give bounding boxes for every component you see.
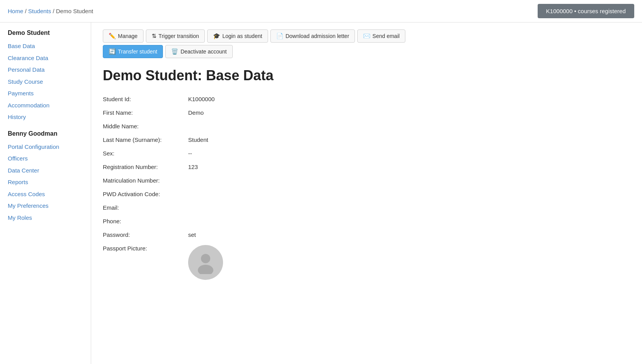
sidebar-reports[interactable]: Reports (8, 176, 83, 188)
sidebar-my-preferences[interactable]: My Preferences (8, 200, 83, 212)
sidebar-my-roles[interactable]: My Roles (8, 212, 83, 224)
field-value-password: set (188, 228, 630, 242)
deactivate-icon: 🗑️ (171, 48, 178, 55)
breadcrumb-current: Demo Student (56, 8, 93, 14)
sidebar-personal-data[interactable]: Personal Data (8, 64, 83, 76)
field-label-passport-picture: Passport Picture: (103, 242, 188, 283)
field-label-phone: Phone: (103, 214, 188, 228)
sidebar-clearance-data[interactable]: Clearance Data (8, 52, 83, 64)
table-row: Student Id: K1000000 (103, 92, 630, 106)
download-admission-letter-button[interactable]: 📄 Download admission letter (270, 29, 355, 43)
sidebar-section2-title: Benny Goodman (8, 130, 83, 137)
field-value-middle-name (188, 119, 630, 133)
pdf-icon: 📄 (276, 33, 284, 40)
student-icon: 🎓 (213, 33, 220, 40)
sidebar-history[interactable]: History (8, 111, 83, 123)
table-row: Phone: (103, 214, 630, 228)
field-label-middle-name: Middle Name: (103, 119, 188, 133)
breadcrumb-students[interactable]: Students (28, 8, 51, 14)
table-row: Registration Number: 123 (103, 160, 630, 174)
table-row: PWD Activation Code: (103, 187, 630, 201)
base-data-table: Student Id: K1000000 First Name: Demo Mi… (103, 92, 630, 283)
send-email-button[interactable]: ✉️ Send email (357, 29, 405, 43)
field-value-passport-picture (188, 242, 630, 283)
table-row: First Name: Demo (103, 106, 630, 119)
table-row: Email: (103, 201, 630, 214)
field-label-matriculation-number: Matriculation Number: (103, 174, 188, 187)
table-row: Sex: -- (103, 147, 630, 160)
field-value-matriculation-number (188, 174, 630, 187)
field-label-student-id: Student Id: (103, 92, 188, 106)
transfer-student-button[interactable]: 🔄 Transfer student (103, 45, 163, 58)
field-value-registration-number: 123 (188, 160, 630, 174)
sidebar-study-course[interactable]: Study Course (8, 76, 83, 88)
field-value-student-id: K1000000 (188, 92, 630, 106)
main-layout: Demo Student Base Data Clearance Data Pe… (0, 22, 642, 364)
field-label-password: Password: (103, 228, 188, 242)
sidebar-accommodation[interactable]: Accommodation (8, 100, 83, 112)
table-row: Middle Name: (103, 119, 630, 133)
arrows-icon: ⇅ (152, 33, 157, 40)
field-label-first-name: First Name: (103, 106, 188, 119)
field-label-pwd-activation-code: PWD Activation Code: (103, 187, 188, 201)
table-row: Password: set (103, 228, 630, 242)
top-nav: Home / Students / Demo Student K1000000 … (0, 0, 642, 22)
manage-button[interactable]: ✏️ Manage (103, 29, 144, 43)
svg-point-0 (201, 254, 210, 263)
person-silhouette-icon (194, 251, 217, 274)
login-as-student-button[interactable]: 🎓 Login as student (207, 29, 268, 43)
field-value-sex: -- (188, 147, 630, 160)
field-value-pwd-activation-code (188, 187, 630, 201)
table-row: Passport Picture: (103, 242, 630, 283)
field-value-email (188, 201, 630, 214)
field-label-sex: Sex: (103, 147, 188, 160)
sidebar-payments[interactable]: Payments (8, 88, 83, 100)
table-row: Matriculation Number: (103, 174, 630, 187)
sidebar-section1-title: Demo Student (8, 29, 83, 36)
sidebar-access-codes[interactable]: Access Codes (8, 188, 83, 200)
courses-registered-badge: K1000000 • courses registered (538, 4, 634, 18)
field-value-last-name: Student (188, 133, 630, 147)
breadcrumb-home[interactable]: Home (8, 8, 23, 14)
table-row: Last Name (Surname): Student (103, 133, 630, 147)
page-title: Demo Student: Base Data (103, 67, 630, 84)
sidebar: Demo Student Base Data Clearance Data Pe… (0, 22, 91, 364)
field-value-first-name: Demo (188, 106, 630, 119)
email-icon: ✉️ (363, 33, 370, 40)
field-label-registration-number: Registration Number: (103, 160, 188, 174)
sidebar-base-data[interactable]: Base Data (8, 40, 83, 52)
transfer-icon: 🔄 (109, 48, 116, 55)
passport-picture-placeholder (188, 245, 223, 280)
svg-point-1 (198, 265, 213, 274)
breadcrumb: Home / Students / Demo Student (8, 8, 93, 14)
deactivate-account-button[interactable]: 🗑️ Deactivate account (165, 45, 232, 58)
sidebar-data-center[interactable]: Data Center (8, 165, 83, 177)
sidebar-portal-configuration[interactable]: Portal Configuration (8, 141, 83, 153)
field-value-phone (188, 214, 630, 228)
sidebar-officers[interactable]: Officers (8, 153, 83, 165)
pencil-icon: ✏️ (109, 33, 116, 40)
main-content: ✏️ Manage ⇅ Trigger transition 🎓 Login a… (91, 22, 642, 364)
field-label-email: Email: (103, 201, 188, 214)
action-buttons-row2: 🔄 Transfer student 🗑️ Deactivate account (103, 45, 630, 58)
trigger-transition-button[interactable]: ⇅ Trigger transition (146, 29, 205, 43)
action-buttons-row1: ✏️ Manage ⇅ Trigger transition 🎓 Login a… (103, 29, 630, 43)
field-label-last-name: Last Name (Surname): (103, 133, 188, 147)
